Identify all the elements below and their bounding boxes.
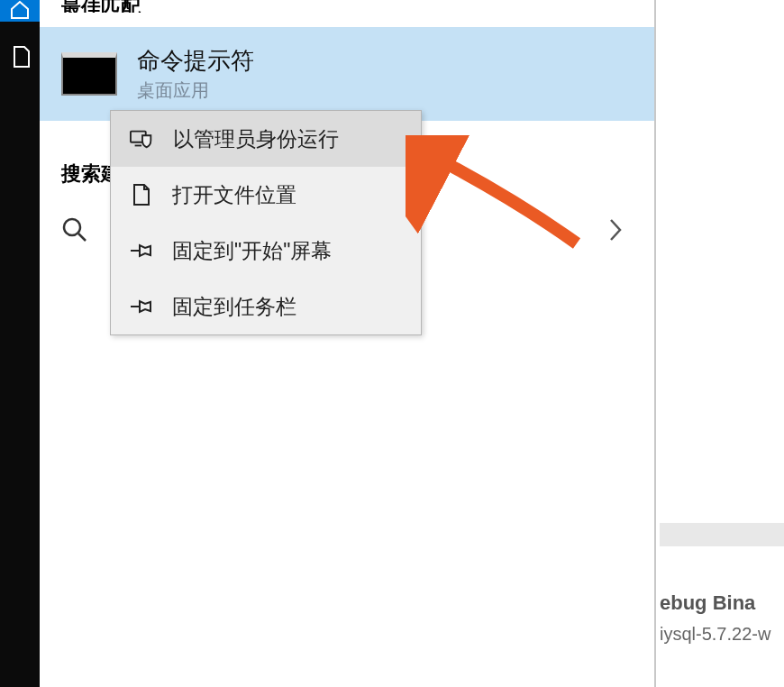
search-result-cmd[interactable]: 命令提示符 桌面应用 <box>40 27 654 121</box>
result-text-block: 命令提示符 桌面应用 <box>137 45 254 103</box>
result-subtitle: 桌面应用 <box>137 78 254 103</box>
result-title: 命令提示符 <box>137 45 254 77</box>
background-text-1: ebug Bina <box>660 591 784 615</box>
best-match-header: 最佳匹配 <box>40 0 654 13</box>
ctx-run-as-admin[interactable]: 以管理员身份运行 <box>111 111 421 167</box>
document-icon[interactable] <box>13 45 31 72</box>
folder-icon <box>129 182 154 207</box>
ctx-open-file-location[interactable]: 打开文件位置 <box>111 167 421 223</box>
ctx-item-label: 固定到"开始"屏幕 <box>172 237 332 265</box>
ctx-pin-to-taskbar[interactable]: 固定到任务栏 <box>111 279 421 334</box>
chevron-right-icon <box>607 216 624 247</box>
cmd-app-icon <box>61 52 117 96</box>
svg-line-1 <box>78 234 86 241</box>
home-icon <box>8 0 32 20</box>
start-left-rail <box>0 0 40 687</box>
pin-icon <box>129 238 154 263</box>
background-bar <box>660 523 784 546</box>
svg-point-0 <box>64 219 80 235</box>
ctx-item-label: 固定到任务栏 <box>172 293 296 321</box>
start-search-panel: 最佳匹配 命令提示符 桌面应用 搜索建议 <box>40 0 656 687</box>
ctx-item-label: 以管理员身份运行 <box>173 125 339 153</box>
start-home-tile[interactable] <box>0 0 40 22</box>
ctx-item-label: 打开文件位置 <box>172 181 296 209</box>
context-menu: 以管理员身份运行 打开文件位置 固定到"开始"屏幕 固定到任务栏 <box>110 110 422 335</box>
background-text-2: iysql-5.7.22-w <box>660 624 784 645</box>
shield-monitor-icon <box>130 126 155 151</box>
pin-icon <box>129 294 154 319</box>
background-window-fragment: ebug Bina iysql-5.7.22-w <box>660 523 784 645</box>
search-icon <box>61 216 88 247</box>
ctx-pin-to-start[interactable]: 固定到"开始"屏幕 <box>111 223 421 279</box>
